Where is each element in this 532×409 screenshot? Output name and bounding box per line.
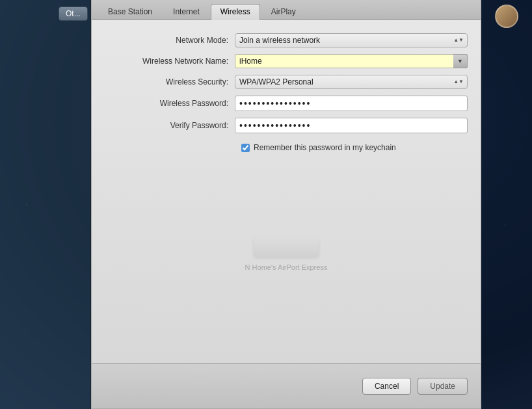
network-name-input[interactable] <box>235 54 468 68</box>
avatar-area <box>481 0 532 33</box>
security-label: Wireless Security: <box>105 77 235 86</box>
verify-password-row: Verify Password: <box>105 118 468 133</box>
keychain-label: Remember this password in my keychain <box>254 143 396 152</box>
security-wrap: WPA/WPA2 Personal WPA2 Personal WEP None <box>235 75 468 89</box>
other-button[interactable]: Ot... <box>59 7 88 21</box>
tab-base-station[interactable]: Base Station <box>98 4 162 20</box>
keychain-checkbox[interactable] <box>241 144 250 152</box>
tab-wireless[interactable]: Wireless <box>211 4 260 20</box>
network-mode-select[interactable]: Join a wireless network Create a wireles… <box>235 33 468 47</box>
network-mode-select-wrapper: Join a wireless network Create a wireles… <box>235 33 468 47</box>
security-select[interactable]: WPA/WPA2 Personal WPA2 Personal WEP None <box>235 75 468 89</box>
right-panel <box>481 0 532 409</box>
password-label: Wireless Password: <box>105 99 235 108</box>
verify-password-label: Verify Password: <box>105 121 235 130</box>
security-select-wrapper: WPA/WPA2 Personal WPA2 Personal WEP None <box>235 75 468 89</box>
button-bar: Cancel Update <box>91 363 481 409</box>
cancel-button[interactable]: Cancel <box>362 378 411 395</box>
verify-password-input[interactable] <box>235 118 468 133</box>
network-mode-label: Network Mode: <box>105 36 235 45</box>
update-button[interactable]: Update <box>418 378 468 395</box>
avatar <box>495 5 518 28</box>
security-row: Wireless Security: WPA/WPA2 Personal WPA… <box>105 75 468 89</box>
dialog-body: Network Mode: Join a wireless network Cr… <box>92 20 481 363</box>
network-mode-wrap: Join a wireless network Create a wireles… <box>235 33 468 47</box>
settings-dialog: Base Station Internet Wireless AirPlay N… <box>91 0 481 363</box>
password-wrap <box>235 96 468 111</box>
network-name-row: Wireless Network Name: ▼ <box>105 54 468 68</box>
tab-airplay[interactable]: AirPlay <box>261 4 306 20</box>
verify-password-wrap <box>235 118 468 133</box>
device-name-label: N Home's AirPort Express <box>245 263 328 271</box>
tab-internet[interactable]: Internet <box>163 4 209 20</box>
network-name-label: Wireless Network Name: <box>105 57 235 66</box>
tab-bar: Base Station Internet Wireless AirPlay <box>92 0 481 20</box>
password-row: Wireless Password: <box>105 96 468 111</box>
network-name-dropdown-btn[interactable]: ▼ <box>453 54 468 68</box>
network-name-wrap: ▼ <box>235 54 468 68</box>
password-input[interactable] <box>235 96 468 111</box>
network-name-input-wrapper: ▼ <box>235 54 468 68</box>
sidebar: Ot... <box>0 0 91 409</box>
keychain-row: Remember this password in my keychain <box>241 143 468 152</box>
device-visual-area: N Home's AirPort Express <box>105 152 468 356</box>
network-mode-row: Network Mode: Join a wireless network Cr… <box>105 33 468 47</box>
airport-device-image <box>254 237 319 257</box>
